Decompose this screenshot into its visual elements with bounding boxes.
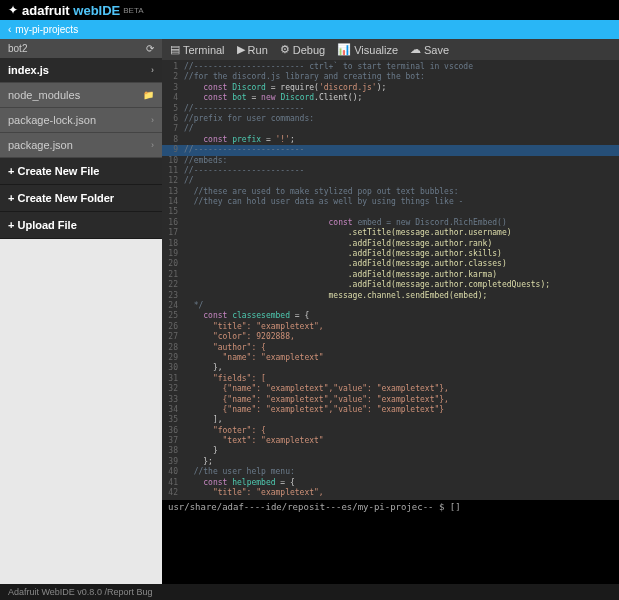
line-content: //these are used to make stylized pop ou… bbox=[184, 187, 459, 197]
file-label: package.json bbox=[8, 139, 73, 151]
save-button[interactable]: ☁Save bbox=[410, 43, 449, 56]
line-number: 10 bbox=[162, 156, 184, 166]
refresh-icon[interactable]: ⟳ bbox=[146, 43, 154, 54]
code-line[interactable]: 1//----------------------- ctrl+` to sta… bbox=[162, 62, 619, 72]
line-content: "title": "exampletext", bbox=[184, 322, 324, 332]
line-number: 36 bbox=[162, 426, 184, 436]
line-content: ], bbox=[184, 415, 223, 425]
code-line[interactable]: 38 } bbox=[162, 446, 619, 456]
action--upload-file[interactable]: + Upload File bbox=[0, 212, 162, 239]
code-line[interactable]: 39 }; bbox=[162, 457, 619, 467]
line-content: "color": 9202888, bbox=[184, 332, 295, 342]
line-number: 5 bbox=[162, 104, 184, 114]
line-content: //for the discord.js library and creatin… bbox=[184, 72, 425, 82]
file-item-node_modules[interactable]: node_modules📁 bbox=[0, 83, 162, 108]
code-line[interactable]: 7// bbox=[162, 124, 619, 134]
code-line[interactable]: 28 "author": { bbox=[162, 343, 619, 353]
line-content: .setTitle(message.author.username) bbox=[184, 228, 512, 238]
line-content: //prefix for user commands: bbox=[184, 114, 314, 124]
line-content: {"name": "exampletext","value": "example… bbox=[184, 384, 449, 394]
line-number: 14 bbox=[162, 197, 184, 207]
line-content: "fields": [ bbox=[184, 374, 266, 384]
code-line[interactable]: 42 "title": "exampletext", bbox=[162, 488, 619, 498]
line-number: 24 bbox=[162, 301, 184, 311]
code-line[interactable]: 37 "text": "exampletext" bbox=[162, 436, 619, 446]
file-item-package-lock-json[interactable]: package-lock.json› bbox=[0, 108, 162, 133]
code-editor[interactable]: 1//----------------------- ctrl+` to sta… bbox=[162, 60, 619, 587]
sidebar-empty bbox=[0, 239, 162, 587]
code-line[interactable]: 6//prefix for user commands: bbox=[162, 114, 619, 124]
line-number: 30 bbox=[162, 363, 184, 373]
line-number: 25 bbox=[162, 311, 184, 321]
code-line[interactable]: 11//----------------------- bbox=[162, 166, 619, 176]
code-line[interactable]: 12// bbox=[162, 176, 619, 186]
code-line[interactable]: 21 .addField(message.author.karma) bbox=[162, 270, 619, 280]
code-line[interactable]: 27 "color": 9202888, bbox=[162, 332, 619, 342]
code-line[interactable]: 16 const embed = new Discord.RichEmbed() bbox=[162, 218, 619, 228]
code-line[interactable]: 10//embeds: bbox=[162, 156, 619, 166]
toolbar-label: Debug bbox=[293, 44, 325, 56]
code-line[interactable]: 31 "fields": [ bbox=[162, 374, 619, 384]
beta-badge: BETA bbox=[123, 6, 143, 15]
terminal-button[interactable]: ▤Terminal bbox=[170, 43, 225, 56]
action--create-new-folder[interactable]: + Create New Folder bbox=[0, 185, 162, 212]
line-number: 26 bbox=[162, 322, 184, 332]
line-number: 7 bbox=[162, 124, 184, 134]
run-button[interactable]: ▶Run bbox=[237, 43, 268, 56]
line-content: }; bbox=[184, 457, 213, 467]
line-content: //----------------------- bbox=[184, 166, 304, 176]
line-content: //----------------------- ctrl+` to star… bbox=[184, 62, 473, 72]
code-line[interactable]: 9//----------------------- bbox=[162, 145, 619, 155]
line-number: 35 bbox=[162, 415, 184, 425]
line-number: 31 bbox=[162, 374, 184, 384]
visualize-button[interactable]: 📊Visualize bbox=[337, 43, 398, 56]
code-line[interactable]: 23 message.channel.sendEmbed(embed); bbox=[162, 291, 619, 301]
line-number: 8 bbox=[162, 135, 184, 145]
code-line[interactable]: 24 */ bbox=[162, 301, 619, 311]
line-content: .addField(message.author.rank) bbox=[184, 239, 492, 249]
debug-button[interactable]: ⚙Debug bbox=[280, 43, 325, 56]
file-item-package-json[interactable]: package.json› bbox=[0, 133, 162, 158]
line-number: 18 bbox=[162, 239, 184, 249]
code-line[interactable]: 29 "name": "exampletext" bbox=[162, 353, 619, 363]
code-line[interactable]: 20 .addField(message.author.classes) bbox=[162, 259, 619, 269]
code-line[interactable]: 32 {"name": "exampletext","value": "exam… bbox=[162, 384, 619, 394]
code-line[interactable]: 13 //these are used to make stylized pop… bbox=[162, 187, 619, 197]
line-number: 32 bbox=[162, 384, 184, 394]
line-number: 38 bbox=[162, 446, 184, 456]
breadcrumb[interactable]: ‹ my-pi-projects bbox=[0, 20, 619, 39]
line-content: const embed = new Discord.RichEmbed() bbox=[184, 218, 507, 228]
code-line[interactable]: 17 .setTitle(message.author.username) bbox=[162, 228, 619, 238]
code-line[interactable]: 2//for the discord.js library and creati… bbox=[162, 72, 619, 82]
code-line[interactable]: 3 const Discord = require('discord.js'); bbox=[162, 83, 619, 93]
code-line[interactable]: 4 const bot = new Discord.Client(); bbox=[162, 93, 619, 103]
code-line[interactable]: 15 bbox=[162, 207, 619, 217]
footer-text[interactable]: Adafruit WebIDE v0.8.0 /Report Bug bbox=[8, 587, 152, 597]
code-line[interactable]: 8 const prefix = '!'; bbox=[162, 135, 619, 145]
code-line[interactable]: 34 {"name": "exampletext","value": "exam… bbox=[162, 405, 619, 415]
line-number: 3 bbox=[162, 83, 184, 93]
code-line[interactable]: 5//----------------------- bbox=[162, 104, 619, 114]
file-item-index-js[interactable]: index.js› bbox=[0, 58, 162, 83]
code-line[interactable]: 22 .addField(message.author.completedQue… bbox=[162, 280, 619, 290]
file-label: package-lock.json bbox=[8, 114, 96, 126]
code-line[interactable]: 33 {"name": "exampletext","value": "exam… bbox=[162, 395, 619, 405]
line-content: //----------------------- bbox=[184, 104, 304, 114]
code-line[interactable]: 14 //they can hold user data as well by … bbox=[162, 197, 619, 207]
terminal-panel[interactable]: usr/share/adaf----ide/reposit---es/my-pi… bbox=[162, 500, 619, 587]
code-line[interactable]: 25 const classesembed = { bbox=[162, 311, 619, 321]
code-line[interactable]: 41 const helpembed = { bbox=[162, 478, 619, 488]
line-number: 12 bbox=[162, 176, 184, 186]
run-icon: ▶ bbox=[237, 43, 245, 56]
code-line[interactable]: 19 .addField(message.author.skills) bbox=[162, 249, 619, 259]
line-content: //embeds: bbox=[184, 156, 227, 166]
code-line[interactable]: 26 "title": "exampletext", bbox=[162, 322, 619, 332]
line-number: 6 bbox=[162, 114, 184, 124]
action--create-new-file[interactable]: + Create New File bbox=[0, 158, 162, 185]
code-line[interactable]: 30 }, bbox=[162, 363, 619, 373]
code-line[interactable]: 35 ], bbox=[162, 415, 619, 425]
sidebar: bot2 ⟳ index.js›node_modules📁package-loc… bbox=[0, 39, 162, 587]
code-line[interactable]: 18 .addField(message.author.rank) bbox=[162, 239, 619, 249]
code-line[interactable]: 40 //the user help menu: bbox=[162, 467, 619, 477]
code-line[interactable]: 36 "footer": { bbox=[162, 426, 619, 436]
